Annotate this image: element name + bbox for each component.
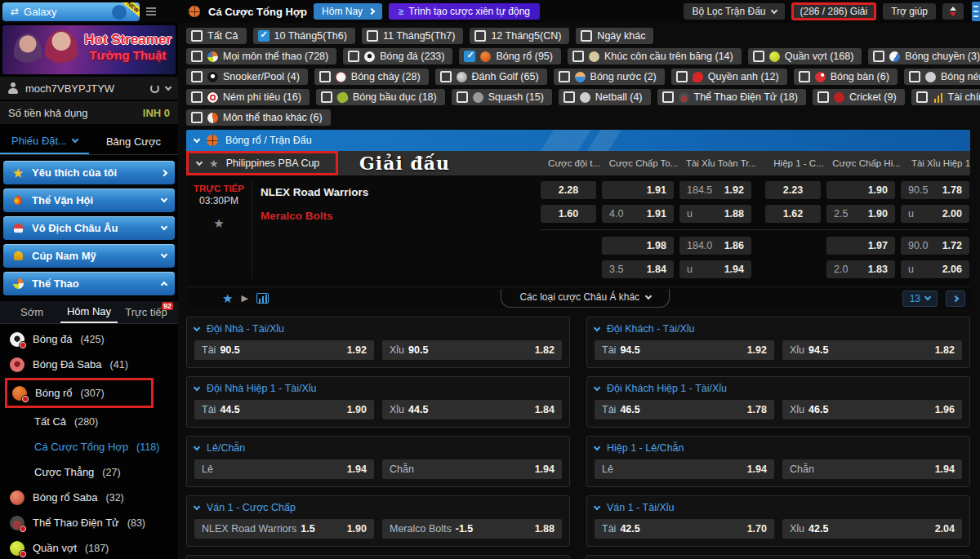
more-asian-bets-button[interactable]: Các loại cược Châu Á khác [501, 289, 670, 308]
bet-panel-header[interactable]: Đội Khách - Tài/Xỉu [595, 323, 962, 335]
checkbox[interactable] [474, 30, 486, 42]
checkbox[interactable] [258, 30, 270, 42]
bet-option[interactable]: Chẵn 1.94 [382, 459, 562, 479]
play-stream-icon[interactable]: ▶ [241, 293, 247, 304]
side-panel-toggle[interactable] [972, 2, 980, 21]
checkbox[interactable] [909, 71, 920, 82]
checkbox[interactable] [559, 71, 570, 82]
menu-icon[interactable] [146, 7, 156, 16]
odds-cell[interactable]: 184.0 1.86 [679, 237, 751, 255]
quick-link[interactable]: Cúp Nam Mỹ [3, 244, 175, 268]
checkbox[interactable] [348, 51, 359, 62]
odds-cell[interactable]: u 2.06 [901, 260, 969, 278]
promo-banner[interactable]: Hot Streamer Tường Thuật [2, 25, 176, 74]
bet-option[interactable]: Tài 44.5 1.90 [194, 400, 374, 419]
sort-button[interactable] [942, 3, 964, 20]
odds-cell[interactable]: 2.23 [765, 181, 821, 199]
bet-option[interactable]: Tài 46.5 1.78 [595, 400, 774, 419]
sport-filter-chip[interactable]: Squash (15) [452, 89, 552, 105]
sport-filter-chip[interactable]: Bóng bầu dục (18) [316, 89, 445, 105]
bet-option[interactable]: Xỉu 94.5 1.82 [782, 340, 962, 360]
checkbox[interactable] [581, 30, 592, 42]
date-filter-chip[interactable]: 12 Tháng5(CN) [470, 28, 569, 44]
bet-panel-header[interactable]: Hiệp 1 - Lẻ/Chẵn [595, 442, 962, 454]
bet-panel-header[interactable]: Ván 1 - Cược Chấp [194, 502, 562, 513]
odds-cell[interactable]: 4.0 1.91 [602, 205, 674, 223]
sport-filter-chip[interactable]: Bóng ném (6) [904, 69, 980, 85]
sport-filter-chip[interactable]: Bóng đá (233) [343, 48, 452, 64]
bet-panel-header[interactable]: Ván 1 - Tài/Xỉu [595, 502, 962, 513]
time-tab[interactable]: Hôm Nay [60, 301, 118, 323]
checkbox[interactable] [191, 91, 203, 103]
sidebar-sport-item[interactable]: Cá Cược Tổng Hợp (118) [0, 434, 178, 459]
sidebar-sport-item[interactable]: Bóng đá (425) [0, 326, 178, 352]
bet-option[interactable]: Xỉu 46.5 1.96 [782, 400, 962, 419]
checkbox[interactable] [191, 71, 203, 82]
sport-filter-chip[interactable]: Khúc côn cầu trên băng (14) [568, 48, 742, 64]
checkbox[interactable] [319, 71, 331, 82]
odds-cell[interactable]: 90.0 1.72 [901, 237, 969, 255]
bet-option[interactable]: Lẻ 1.94 [194, 459, 374, 479]
sport-filter-chip[interactable]: Bóng chày (28) [314, 69, 429, 85]
odds-cell[interactable]: 1.90 [826, 181, 895, 199]
checkbox[interactable] [457, 91, 468, 103]
checkbox[interactable] [799, 71, 810, 82]
checkbox[interactable] [676, 71, 688, 82]
checkbox[interactable] [753, 51, 764, 62]
quick-link[interactable]: Yêu thích của tôi [3, 161, 175, 184]
checkbox[interactable] [367, 30, 378, 42]
sport-section-header[interactable]: Bóng rổ / Trận Đấu [186, 130, 970, 151]
checkbox[interactable] [916, 91, 928, 103]
checkbox[interactable] [662, 91, 674, 103]
sport-filter-chip[interactable]: Cricket (9) [813, 89, 905, 105]
date-filter-chip[interactable]: Ngày khác [576, 28, 653, 44]
sport-filter-chip[interactable]: Bóng rổ (95) [459, 48, 560, 64]
checkbox[interactable] [191, 51, 203, 62]
sport-filter-chip[interactable]: Thể Thao Điện Tử (18) [657, 89, 806, 105]
quick-link[interactable]: Thể Vận Hội [3, 189, 175, 212]
odds-cell[interactable]: 1.91 [602, 181, 674, 199]
sport-filter-chip[interactable]: Quần vợt (168) [748, 48, 862, 64]
tab-betslip[interactable]: Phiếu Đặt... [0, 129, 89, 154]
checkbox[interactable] [873, 51, 884, 62]
bet-panel-header[interactable]: Đội Nhà - Tài/Xỉu [194, 323, 562, 335]
odds-cell[interactable]: 2.5 1.90 [826, 205, 895, 223]
favorite-star-icon[interactable]: ★ [222, 291, 233, 306]
odds-cell[interactable]: 184.5 1.92 [679, 181, 751, 199]
sport-filter-chip[interactable]: Đánh Golf (65) [435, 69, 547, 85]
checkbox[interactable] [564, 91, 575, 103]
bet-option[interactable]: Lẻ 1.94 [595, 459, 774, 479]
checkbox[interactable] [321, 91, 332, 103]
favorite-star-icon[interactable]: ★ [209, 157, 219, 170]
odds-cell[interactable]: u 1.94 [679, 260, 751, 278]
time-tab[interactable]: Trực tiếp 92 [118, 301, 175, 323]
sport-filter-chip[interactable]: Bóng chuyền (3) [868, 48, 980, 64]
parlay-builder-button[interactable]: ≥ Trình tạo cược xiên tự động [389, 3, 540, 20]
statistics-icon[interactable] [256, 293, 269, 304]
sport-filter-chip[interactable]: Môn thể thao khác (6) [186, 109, 331, 126]
checkbox[interactable] [572, 51, 584, 62]
odds-cell[interactable]: 1.98 [602, 237, 674, 255]
sidebar-sport-item[interactable]: Tất Cả (280) [0, 409, 178, 434]
chevron-down-icon[interactable] [165, 83, 172, 90]
today-button[interactable]: Hôm Nay [314, 3, 382, 20]
page-size-select[interactable]: 13 [902, 291, 938, 307]
sidebar-sport-item[interactable]: Bóng Đá Saba (41) [0, 352, 178, 377]
user-row[interactable]: moch7VBYPJTYW [0, 77, 178, 100]
help-button[interactable]: Trợ giúp [883, 3, 936, 20]
checkbox[interactable] [191, 30, 203, 42]
odds-cell[interactable]: 2.0 1.83 [826, 260, 895, 278]
next-page-button[interactable] [946, 291, 965, 307]
odds-cell[interactable]: 3.5 1.84 [602, 260, 674, 278]
odds-cell[interactable]: 90.5 1.78 [901, 181, 969, 199]
sport-filter-chip[interactable]: Ném phi tiêu (16) [186, 89, 310, 105]
checkbox[interactable] [464, 51, 475, 62]
bet-option[interactable]: Tài 90.5 1.92 [194, 340, 374, 360]
checkbox[interactable] [191, 112, 203, 123]
sidebar-sport-item[interactable]: Quần vợt (187) [0, 535, 178, 559]
sport-filter-chip[interactable]: Tài chính (6) [911, 89, 980, 105]
bet-option[interactable]: Xỉu 90.5 1.82 [382, 340, 562, 360]
refresh-icon[interactable] [150, 84, 159, 93]
bet-option[interactable]: Tài 42.5 1.70 [595, 519, 774, 539]
bet-panel-header[interactable]: Lẻ/Chẵn [194, 442, 562, 454]
